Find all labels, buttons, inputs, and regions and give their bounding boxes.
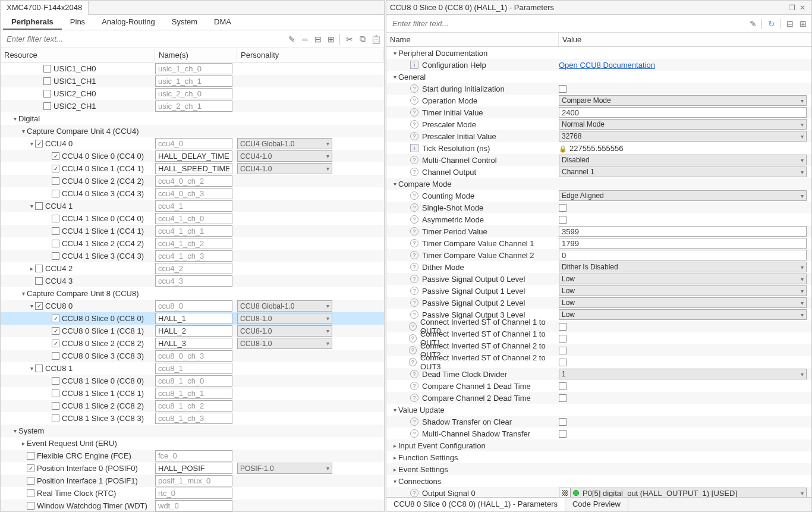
param-checkbox[interactable]: [559, 347, 566, 354]
param-row[interactable]: ?Timer Period Value: [386, 225, 811, 237]
name-input[interactable]: [155, 475, 232, 486]
tree-row[interactable]: ▾CCU4 1: [1, 200, 384, 212]
name-input[interactable]: [155, 238, 232, 249]
param-row[interactable]: ?Prescaler ModeNormal Mode: [386, 118, 811, 130]
checkbox[interactable]: [35, 202, 43, 210]
param-filter-input[interactable]: [389, 17, 746, 30]
checkbox[interactable]: [52, 240, 59, 247]
help-icon[interactable]: ?: [410, 203, 418, 212]
expander-icon[interactable]: ▾: [28, 140, 35, 147]
checkbox[interactable]: [52, 252, 59, 260]
tree-row[interactable]: ▾Capture Compare Unit 4 (CCU4): [1, 125, 384, 137]
param-row[interactable]: iConfiguration HelpOpen CCU8 Documentati…: [386, 59, 811, 71]
tree-row[interactable]: CCU4 1 Slice 3 (CC4 3): [1, 250, 384, 262]
tree-row[interactable]: Position Interface 0 (POSIF0)POSIF-1.0: [1, 462, 384, 475]
name-input[interactable]: [155, 350, 232, 362]
param-row[interactable]: ▸ Function Settings: [386, 451, 811, 463]
name-input[interactable]: [155, 213, 232, 224]
col-resource[interactable]: Resource: [1, 49, 155, 61]
expand-icon[interactable]: ⊞: [325, 33, 337, 45]
param-select[interactable]: Low: [559, 297, 807, 308]
checkbox[interactable]: [35, 265, 43, 272]
name-input[interactable]: [155, 63, 232, 74]
help-icon[interactable]: ?: [410, 287, 418, 295]
param-row[interactable]: ?Asymmetric Mode: [386, 213, 811, 225]
expander-icon[interactable]: ▾: [391, 407, 398, 413]
checkbox[interactable]: [43, 77, 51, 85]
tree-row[interactable]: USIC2_CH0: [1, 87, 384, 100]
param-select[interactable]: Low: [559, 309, 807, 320]
subtab-system[interactable]: System: [163, 15, 206, 30]
help-icon[interactable]: ?: [410, 191, 418, 200]
name-input[interactable]: [155, 488, 232, 499]
checkbox[interactable]: [43, 102, 51, 110]
checkbox[interactable]: [27, 464, 34, 472]
param-select[interactable]: Normal Mode: [559, 119, 807, 130]
collapse-icon[interactable]: ⊟: [784, 18, 796, 30]
expander-icon[interactable]: ▾: [28, 203, 35, 209]
name-input[interactable]: [155, 250, 232, 262]
personality-select[interactable]: CCU4 Global-1.0: [237, 138, 332, 149]
param-input[interactable]: [559, 238, 807, 249]
tree-row[interactable]: CCU4 1 Slice 1 (CC4 1): [1, 225, 384, 237]
tree-row[interactable]: CCU4 1 Slice 2 (CC4 2): [1, 237, 384, 250]
help-icon[interactable]: ?: [410, 168, 418, 176]
param-row[interactable]: ?Dither ModeDither Is Disabled: [386, 261, 811, 273]
param-row[interactable]: ?Start during Initialization: [386, 83, 811, 95]
param-select[interactable]: Dither Is Disabled: [559, 262, 807, 272]
checkbox[interactable]: [52, 190, 59, 197]
personality-select[interactable]: POSIF-1.0: [237, 463, 332, 474]
name-input[interactable]: [155, 463, 232, 474]
tree-row[interactable]: CCU4 0 Slice 3 (CC4 3): [1, 187, 384, 200]
expander-icon[interactable]: ▾: [391, 50, 398, 56]
help-icon[interactable]: ?: [409, 358, 417, 366]
tree-row[interactable]: CCU8 1 Slice 3 (CC8 3): [1, 412, 384, 425]
param-row[interactable]: ?Operation ModeCompare Mode: [386, 95, 811, 106]
param-row[interactable]: ▸ Event Settings: [386, 463, 811, 475]
expander-icon[interactable]: ▸: [391, 454, 398, 461]
name-input[interactable]: [155, 275, 232, 287]
tree-row[interactable]: Real Time Clock (RTC): [1, 487, 384, 500]
help-icon[interactable]: ?: [410, 299, 418, 307]
name-input[interactable]: [155, 400, 232, 412]
tree-row[interactable]: ▾System: [1, 425, 384, 437]
tree-row[interactable]: CCU8 0 Slice 3 (CC8 3): [1, 350, 384, 362]
param-checkbox[interactable]: [559, 418, 566, 426]
info-icon[interactable]: i: [410, 61, 418, 69]
param-row[interactable]: ?Compare Channel 2 Dead Time: [386, 392, 811, 404]
help-icon[interactable]: ?: [410, 382, 418, 390]
param-row[interactable]: ▾ Peripheral Documentation: [386, 47, 811, 59]
param-checkbox[interactable]: [559, 382, 566, 390]
checkbox[interactable]: [52, 215, 59, 222]
checkbox[interactable]: [52, 227, 59, 235]
param-checkbox[interactable]: [559, 204, 566, 212]
param-row[interactable]: ▾ General: [386, 71, 811, 83]
checkbox[interactable]: [52, 315, 59, 322]
param-checkbox[interactable]: [559, 335, 566, 343]
name-input[interactable]: [155, 500, 232, 511]
checkbox[interactable]: [27, 452, 34, 460]
tree-row[interactable]: ▸Event Request Unit (ERU): [1, 437, 384, 450]
param-checkbox[interactable]: [559, 430, 566, 438]
param-row[interactable]: ?Passive Signal Output 0 LevelLow: [386, 273, 811, 285]
param-row[interactable]: ?Dead Time Clock Divider1: [386, 368, 811, 380]
name-input[interactable]: [155, 100, 232, 112]
reset-icon[interactable]: ↻: [766, 18, 778, 30]
filter-icon[interactable]: ⫬: [299, 33, 311, 45]
personality-select[interactable]: CCU8 Global-1.0: [237, 300, 332, 312]
checkbox[interactable]: [52, 402, 59, 410]
expander-icon[interactable]: ▾: [20, 290, 27, 297]
close-icon[interactable]: ✕: [797, 4, 808, 12]
param-row[interactable]: ?Timer Initial Value: [386, 106, 811, 118]
param-input[interactable]: [559, 250, 807, 260]
info-icon[interactable]: i: [410, 144, 418, 152]
checkbox[interactable]: [43, 65, 51, 73]
col-param-name[interactable]: Name: [386, 33, 559, 46]
expander-icon[interactable]: ▾: [391, 181, 398, 187]
param-select[interactable]: 32768: [559, 131, 807, 142]
edit-icon[interactable]: ✎: [747, 18, 759, 30]
param-checkbox[interactable]: [559, 216, 566, 224]
col-personality[interactable]: Personality: [237, 49, 384, 61]
help-icon[interactable]: ?: [410, 417, 418, 426]
checkbox[interactable]: [52, 327, 59, 335]
